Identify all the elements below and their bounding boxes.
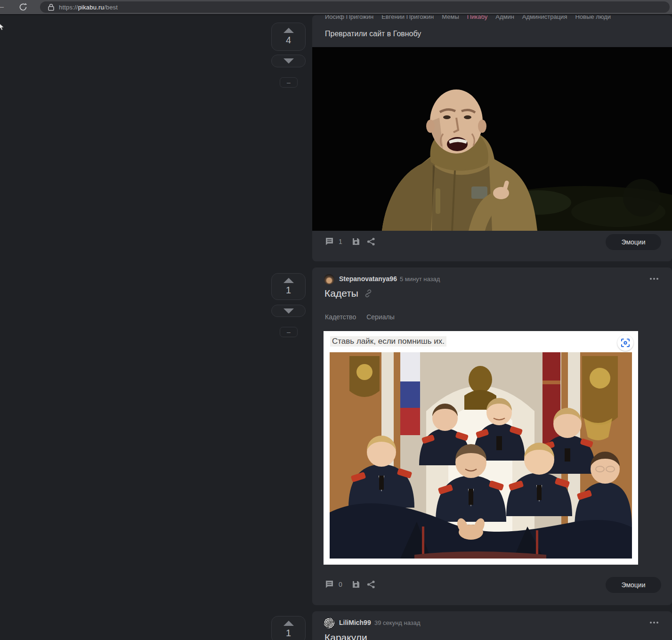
post1-comments-count: 1 [339,238,342,245]
post1-collapse-button[interactable]: – [280,77,298,88]
post2-image[interactable]: Ставь лайк, если помнишь их. [324,331,638,565]
post2-title-row: Кадеты [324,288,372,299]
post2-downvote-box[interactable] [271,305,306,317]
post-card-1: Иосиф Пригожин Евгений Пригожин Мемы Пик… [312,15,672,261]
upvote-icon[interactable] [283,621,294,626]
share-icon[interactable] [367,580,375,589]
post1-image[interactable] [312,47,672,231]
browser-toolbar: ← https://pikabu.ru/best [0,0,672,14]
cadets-photo[interactable] [330,352,632,559]
toolbar-divider [0,14,672,15]
post2-upvote-box[interactable]: 1 [271,273,306,300]
post1-downvote-box[interactable] [271,55,306,67]
post2-rating: 1 [286,285,291,296]
post3-title[interactable]: Каракули [324,632,367,640]
upvote-icon[interactable] [283,28,294,33]
url-scheme: https:// [59,4,78,11]
image-caption: Ставь лайк, если помнишь их. [330,336,446,347]
url-path: /best [104,4,118,11]
save-icon[interactable] [352,580,360,589]
post1-text[interactable]: Превратили сайт в Говнобу [325,30,421,38]
back-icon[interactable]: ← [0,1,6,11]
post3-time: 39 секунд назад [374,619,421,626]
url-text[interactable]: https://pikabu.ru/best [59,4,118,11]
post-card-2: Stepanovatanya96 5 минут назад Кадеты Ка… [312,267,672,605]
post2-action-bar: 0 [325,580,375,589]
avatar[interactable] [324,274,334,284]
post2-comments-count: 0 [339,581,342,588]
downvote-icon[interactable] [283,58,294,64]
post2-title[interactable]: Кадеты [324,288,358,299]
comments-icon[interactable] [325,580,334,589]
post3-rating: 1 [286,628,291,639]
address-bar[interactable]: https://pikabu.ru/best [40,1,670,13]
post2-tag-row: Кадетство Сериалы [325,313,395,321]
tag[interactable]: Кадетство [325,313,356,321]
post1-emotions-button[interactable]: Эмоции [606,234,661,250]
lock-icon[interactable] [48,4,54,11]
post1-rating: 4 [286,35,291,46]
post2-collapse-button[interactable]: – [280,327,298,337]
tag[interactable]: Сериалы [366,313,395,321]
post2-emotions-button[interactable]: Эмоции [606,577,661,593]
url-host: pikabu.ru [78,4,104,11]
post1-action-bar: 1 [325,237,375,246]
upvote-icon[interactable] [283,278,294,283]
share-icon[interactable] [367,237,375,246]
post-card-3: LiliMich99 39 секунд назад Каракули [312,611,672,640]
downvote-icon[interactable] [283,308,294,314]
post2-author[interactable]: Stepanovatanya96 [339,275,397,283]
post3-title-row: Каракули [324,632,367,640]
post3-author[interactable]: LiliMich99 [339,619,371,626]
post-menu-icon[interactable] [650,278,658,280]
comments-icon[interactable] [325,237,334,246]
pikabu-best-page: { "browser": { "url_scheme": "https://",… [0,0,672,640]
reload-icon[interactable] [18,2,28,12]
post1-upvote-box[interactable]: 4 [271,23,306,51]
avatar[interactable] [324,618,334,628]
post-menu-icon[interactable] [650,622,658,624]
mouse-cursor [0,23,4,31]
visual-search-icon[interactable] [617,335,633,351]
save-icon[interactable] [352,237,360,246]
post2-time: 5 минут назад [400,275,440,283]
post3-upvote-box[interactable]: 1 [271,616,306,640]
link-icon[interactable] [364,289,372,298]
